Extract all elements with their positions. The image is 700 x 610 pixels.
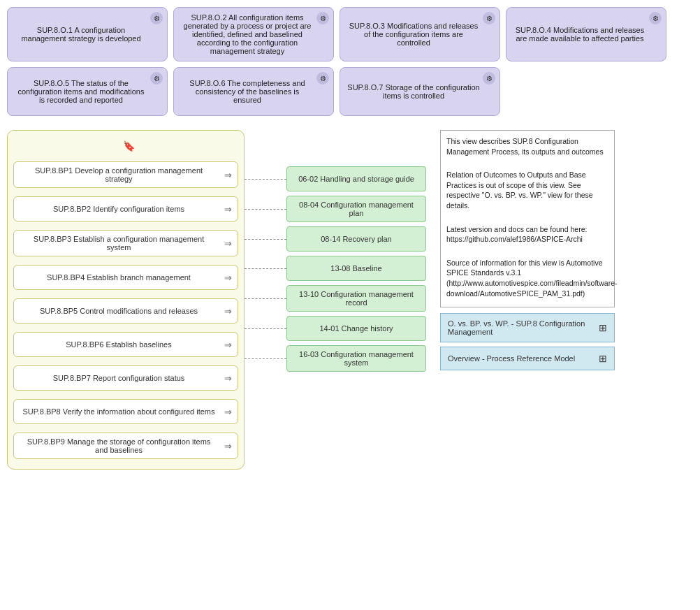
bp-item-bp4: SUP.8.BP4 Establish branch management⇒ bbox=[13, 265, 238, 290]
info-description: This view describes SUP.8 Configuration … bbox=[440, 130, 615, 307]
main-container: SUP.8.O.1 A configuration management str… bbox=[0, 0, 700, 477]
settings-icon-out5[interactable]: ⚙ bbox=[150, 72, 163, 85]
wp-row-wp4: 13-08 Baseline bbox=[245, 256, 426, 281]
connector-line-wp5 bbox=[245, 298, 286, 299]
connector-line-wp6 bbox=[245, 328, 286, 329]
outcome-card-out2: SUP.8.O.2 All configuration items genera… bbox=[173, 7, 334, 61]
outcome-text-out1: SUP.8.O.1 A configuration management str… bbox=[15, 26, 147, 43]
bottom-section: 🔖 SUP.8.BP1 Develop a configuration mana… bbox=[7, 130, 693, 470]
arrow-icon-bp9[interactable]: ⇒ bbox=[224, 441, 232, 451]
process-panel-title: 🔖 bbox=[13, 136, 238, 156]
bp-list: SUP.8.BP1 Develop a configuration manage… bbox=[13, 161, 238, 463]
settings-icon-out7[interactable]: ⚙ bbox=[483, 72, 495, 85]
settings-icon-out4[interactable]: ⚙ bbox=[649, 12, 662, 24]
wp-row-wp3: 08-14 Recovery plan bbox=[245, 226, 426, 252]
grid-icon-lc2: ⊞ bbox=[599, 353, 607, 364]
connector-line-wp7 bbox=[245, 358, 286, 359]
bp-text-bp2: SUP.8.BP2 Identify configuration items bbox=[53, 205, 184, 213]
bp-text-bp9: SUP.8.BP9 Manage the storage of configur… bbox=[21, 437, 217, 454]
bp-text-bp4: SUP.8.BP4 Establish branch management bbox=[47, 273, 191, 282]
outcomes-section: SUP.8.O.1 A configuration management str… bbox=[7, 7, 693, 116]
outcome-text-out5: SUP.8.O.5 The status of the configuratio… bbox=[15, 79, 147, 104]
arrow-icon-bp6[interactable]: ⇒ bbox=[224, 340, 232, 350]
wp-card-wp5: 13-10 Configuration management record bbox=[286, 285, 426, 312]
outcome-card-out6: SUP.8.O.6 The completeness and consisten… bbox=[173, 67, 334, 116]
outcome-card-out1: SUP.8.O.1 A configuration management str… bbox=[7, 7, 168, 61]
process-panel: 🔖 SUP.8.BP1 Develop a configuration mana… bbox=[7, 130, 245, 470]
wp-row-wp7: 16-03 Configuration management system bbox=[245, 345, 426, 372]
outcome-text-out6: SUP.8.O.6 The completeness and consisten… bbox=[181, 79, 314, 104]
settings-icon-out1[interactable]: ⚙ bbox=[150, 12, 163, 24]
outcome-card-out5: SUP.8.O.5 The status of the configuratio… bbox=[7, 67, 168, 116]
arrow-icon-bp7[interactable]: ⇒ bbox=[224, 373, 232, 384]
arrow-icon-bp3[interactable]: ⇒ bbox=[224, 238, 232, 249]
arrow-icon-bp2[interactable]: ⇒ bbox=[224, 204, 232, 215]
link-card-lc2[interactable]: Overview - Process Reference Model⊞ bbox=[440, 347, 615, 370]
arrow-icon-bp5[interactable]: ⇒ bbox=[224, 306, 232, 317]
link-card-text-lc2: Overview - Process Reference Model bbox=[448, 354, 575, 363]
bp-text-bp3: SUP.8.BP3 Establish a configuration mana… bbox=[21, 235, 217, 252]
bp-item-bp9: SUP.8.BP9 Manage the storage of configur… bbox=[13, 433, 238, 459]
bp-item-bp6: SUP.8.BP6 Establish baselines⇒ bbox=[13, 332, 238, 357]
connector-line-wp1 bbox=[245, 179, 286, 180]
wp-card-wp1: 06-02 Handling and storage guide bbox=[286, 166, 426, 191]
wp-row-wp6: 14-01 Change history bbox=[245, 316, 426, 341]
link-card-text-lc1: O. vs. BP. vs. WP. - SUP.8 Configuration… bbox=[448, 319, 595, 336]
wp-card-wp6: 14-01 Change history bbox=[286, 316, 426, 341]
bp-text-bp7: SUP.8.BP7 Report configuration status bbox=[53, 374, 185, 382]
outcome-text-out7: SUP.8.O.7 Storage of the configuration i… bbox=[347, 83, 480, 100]
settings-icon-out2[interactable]: ⚙ bbox=[316, 12, 329, 24]
bp-text-bp8: SUP.8.BP8 Verify the information about c… bbox=[23, 407, 215, 416]
outcome-card-out3: SUP.8.O.3 Modifications and releases of … bbox=[340, 7, 500, 61]
bp-item-bp5: SUP.8.BP5 Control modifications and rele… bbox=[13, 298, 238, 324]
connector-line-wp4 bbox=[245, 268, 286, 269]
settings-icon-out6[interactable]: ⚙ bbox=[316, 72, 329, 85]
arrow-icon-bp1[interactable]: ⇒ bbox=[224, 170, 232, 180]
link-cards-container: O. vs. BP. vs. WP. - SUP.8 Configuration… bbox=[440, 313, 615, 370]
grid-icon-lc1: ⊞ bbox=[599, 322, 607, 333]
outcome-text-out3: SUP.8.O.3 Modifications and releases of … bbox=[347, 22, 480, 47]
bp-text-bp1: SUP.8.BP1 Develop a configuration manage… bbox=[21, 166, 217, 183]
outcome-card-out4: SUP.8.O.4 Modifications and releases are… bbox=[506, 7, 666, 61]
connectors-wp-section: 06-02 Handling and storage guide08-04 Co… bbox=[245, 130, 426, 372]
wp-row-wp2: 08-04 Configuration management plan bbox=[245, 196, 426, 222]
bp-item-bp2: SUP.8.BP2 Identify configuration items⇒ bbox=[13, 196, 238, 222]
connector-line-wp2 bbox=[245, 209, 286, 210]
bp-item-bp3: SUP.8.BP3 Establish a configuration mana… bbox=[13, 230, 238, 256]
bookmark-icon[interactable]: 🔖 bbox=[123, 140, 135, 152]
wp-row-wp5: 13-10 Configuration management record bbox=[245, 285, 426, 312]
bp-text-bp6: SUP.8.BP6 Establish baselines bbox=[66, 340, 171, 349]
outcome-text-out2: SUP.8.O.2 All configuration items genera… bbox=[181, 13, 314, 55]
link-card-lc1[interactable]: O. vs. BP. vs. WP. - SUP.8 Configuration… bbox=[440, 313, 615, 342]
bp-text-bp5: SUP.8.BP5 Control modifications and rele… bbox=[40, 307, 198, 315]
connector-line-wp3 bbox=[245, 239, 286, 240]
outcome-text-out4: SUP.8.O.4 Modifications and releases are… bbox=[513, 26, 646, 43]
bp-item-bp7: SUP.8.BP7 Report configuration status⇒ bbox=[13, 365, 238, 391]
wp-card-wp3: 08-14 Recovery plan bbox=[286, 226, 426, 252]
wp-card-wp7: 16-03 Configuration management system bbox=[286, 345, 426, 372]
settings-icon-out3[interactable]: ⚙ bbox=[483, 12, 495, 24]
wp-card-wp4: 13-08 Baseline bbox=[286, 256, 426, 281]
outcome-card-out7: SUP.8.O.7 Storage of the configuration i… bbox=[340, 67, 500, 116]
info-panel: This view describes SUP.8 Configuration … bbox=[440, 130, 615, 375]
wp-row-wp1: 06-02 Handling and storage guide bbox=[245, 166, 426, 191]
bp-item-bp8: SUP.8.BP8 Verify the information about c… bbox=[13, 399, 238, 424]
arrow-icon-bp4[interactable]: ⇒ bbox=[224, 273, 232, 283]
bp-item-bp1: SUP.8.BP1 Develop a configuration manage… bbox=[13, 161, 238, 188]
arrow-icon-bp8[interactable]: ⇒ bbox=[224, 407, 232, 417]
wp-card-wp2: 08-04 Configuration management plan bbox=[286, 196, 426, 222]
